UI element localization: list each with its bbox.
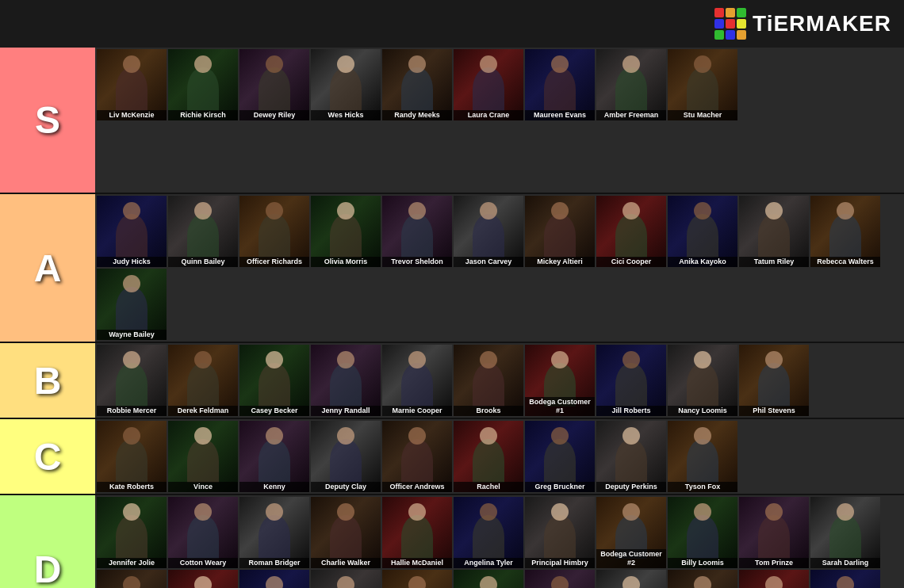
character-head [337,503,354,521]
character-card: Dr Christopher Stone [454,570,523,588]
character-name-label: Maureen Evans [525,110,595,120]
character-head [765,202,783,220]
character-head [551,55,569,73]
character-name-label: Phil Stevens [739,406,809,416]
character-head [622,503,640,521]
character-silhouette [259,67,290,111]
character-image [739,570,809,588]
character-silhouette [829,214,861,258]
logo-icon [714,8,746,40]
character-card: Sherrie [668,570,737,588]
character-name-label: Bodega Customer #1 [525,397,595,416]
logo-cell [714,19,724,29]
character-card: Cici Cooper [596,196,666,267]
character-card: Dewey Riley [239,49,309,120]
character-card: Nancy Loomis [668,345,737,416]
character-silhouette [116,287,147,330]
character-name-label: Trevor Sheldon [382,257,452,267]
character-head [194,55,212,73]
character-silhouette [187,67,219,111]
character-silhouette [615,67,647,111]
character-head [408,55,426,73]
character-card: Angelina Tyler [454,497,523,568]
character-head [123,202,140,220]
character-card: Billy Loomis [668,497,737,568]
character-head [408,351,426,368]
character-card: Kenny [239,421,309,492]
character-silhouette [116,214,147,258]
tier-row-b: B Robbie Mercer Derek Feldman Casey Beck… [0,343,904,419]
character-head [194,351,212,368]
character-silhouette [473,515,504,559]
character-head [408,427,426,445]
character-head [266,503,283,521]
character-card: Cotton Weary [168,497,238,568]
character-head [408,503,426,521]
character-silhouette [687,214,718,258]
character-head [694,427,711,445]
character-card: Bodega Customer #2 [596,497,666,568]
character-head [551,427,569,445]
character-head [551,503,569,521]
character-image [311,570,381,588]
character-name-label: Rachel [454,482,523,492]
character-head [765,576,783,588]
character-name-label: Deputy Clay [311,482,381,492]
tier-label-s: S [0,48,95,193]
character-name-label: Billy Loomis [668,558,737,568]
character-silhouette [401,515,433,559]
character-name-label: Jill Roberts [596,406,666,416]
character-card: Quinn Bailey [168,196,238,267]
character-card: Tatum Riley [739,196,809,267]
character-silhouette [330,515,362,559]
character-card: Paul 2.0 [168,570,238,588]
character-card: Kate Roberts [97,421,167,492]
character-head [194,503,212,521]
character-head [551,576,569,588]
character-name-label: Officer Richards [239,257,309,267]
character-name-label: Judy Hicks [97,257,167,267]
character-card: Judy Hicks [97,196,167,267]
tier-row-s: S Liv McKenzie Richie Kirsch Dewey Riley… [0,48,904,194]
character-card: Trudie [810,570,880,588]
character-head [123,275,140,292]
tier-label-d: D [0,495,95,588]
character-image [168,570,238,588]
character-name-label: Laura Crane [454,110,523,120]
character-silhouette [544,439,576,483]
character-name-label: Anika Kayoko [668,257,737,267]
character-head [480,202,497,220]
character-card: John Milton [382,570,452,588]
character-card: Bodega Customer #1 [525,345,595,416]
character-name-label: Wayne Bailey [97,330,167,340]
character-silhouette [829,515,861,559]
character-name-label: Derek Feldman [168,406,238,416]
character-head [622,55,640,73]
character-silhouette [687,439,718,483]
character-name-label: Kate Roberts [97,482,167,492]
character-head [194,202,212,220]
character-card: Robbie Mercer [97,345,167,416]
character-card: Derek Feldman [168,345,238,416]
character-silhouette [401,214,433,258]
tier-items-b: Robbie Mercer Derek Feldman Casey Becker… [95,343,904,418]
character-name-label: Brooks [454,406,523,416]
character-name-label: Hallie McDaniel [382,558,452,568]
tier-row-c: C Kate Roberts Vince Kenny Deputy Clay O… [0,419,904,495]
character-card: Principal Himbry [525,497,595,568]
character-name-label: Jason Carvey [454,257,523,267]
character-head [408,202,426,220]
character-name-label: Marnie Cooper [382,406,452,416]
character-card: Jennifer Jolie [97,497,167,568]
character-card: Sarah Darling [810,497,880,568]
character-name-label: Liv McKenzie [97,110,167,120]
character-name-label: Tom Prinze [739,558,809,568]
character-card: Wayne Bailey [97,269,167,340]
character-silhouette [259,439,290,483]
tier-items-a: Judy Hicks Quinn Bailey Officer Richards… [95,194,904,342]
character-silhouette [473,439,504,483]
character-head [837,576,854,588]
character-head [480,427,497,445]
character-silhouette [259,363,290,407]
character-head [194,576,212,588]
